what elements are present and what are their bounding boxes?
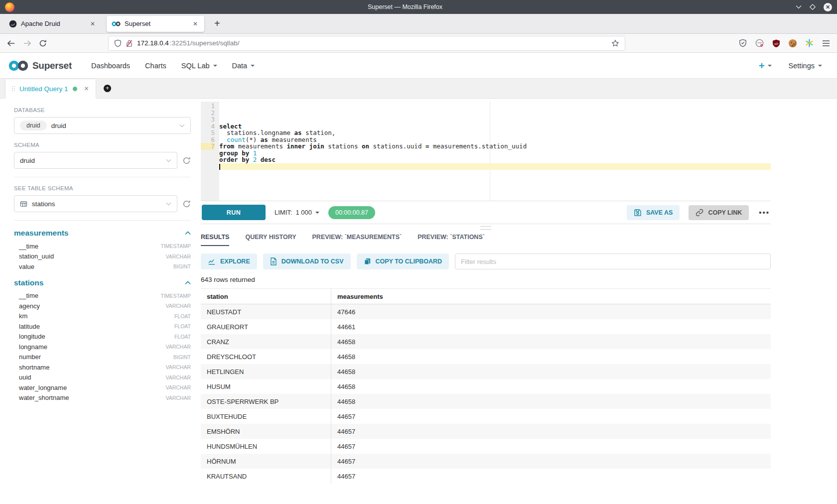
menu-hamburger-icon[interactable] xyxy=(822,40,830,47)
add-query-tab-button[interactable]: + xyxy=(96,79,119,98)
table-row[interactable]: EMSHÖRN44657 xyxy=(201,424,771,439)
save-as-button[interactable]: SAVE AS xyxy=(627,205,680,220)
column-name: value xyxy=(19,263,173,270)
back-icon[interactable] xyxy=(7,40,15,47)
column-header-station[interactable]: station xyxy=(201,289,331,304)
column-name: shortname xyxy=(19,364,165,371)
nav-charts[interactable]: Charts xyxy=(145,62,166,70)
limit-dropdown[interactable]: LIMIT: 1 000 xyxy=(275,209,319,216)
cell-station: OSTE-SPERRWERK BP xyxy=(201,394,331,409)
schema-column-row: latitudeFLOAT xyxy=(14,321,191,332)
refresh-schema-icon[interactable] xyxy=(182,156,191,165)
table-select[interactable]: stations xyxy=(14,195,177,212)
filter-results-input[interactable] xyxy=(455,253,771,269)
plus-icon: + xyxy=(759,61,765,71)
url-bar[interactable]: 172.18.0.4 :32251/superset/sqllab/ xyxy=(108,36,625,51)
download-csv-button[interactable]: DOWNLOAD TO CSV xyxy=(263,253,351,269)
schema-column-row: kmFLOAT xyxy=(14,311,191,322)
window-minimize-icon[interactable] xyxy=(796,5,802,9)
query-tab-close-icon[interactable]: ✕ xyxy=(84,85,89,92)
explore-button[interactable]: EXPLORE xyxy=(201,253,257,269)
browser-tab-superset[interactable]: Superset ✕ xyxy=(107,16,204,32)
tracking-shield-icon[interactable] xyxy=(114,39,122,47)
query-tab-untitled[interactable]: Untitled Query 1 ✕ xyxy=(5,79,96,99)
cell-station: HETLINGEN xyxy=(201,364,331,379)
copy-link-button[interactable]: COPY LINK xyxy=(689,205,749,220)
table-row[interactable]: NEUSTADT47646 xyxy=(201,304,771,319)
save-icon xyxy=(634,209,642,217)
refresh-table-icon[interactable] xyxy=(182,200,191,208)
schema-sections: measurements__timeTIMESTAMPstation_uuidV… xyxy=(14,229,191,408)
settings-menu[interactable]: Settings xyxy=(789,62,822,70)
schema-table-name: stations xyxy=(14,278,185,287)
browser-toolbar: 172.18.0.4 :32251/superset/sqllab/ uO xyxy=(0,34,837,53)
run-button[interactable]: RUN xyxy=(202,205,266,220)
text-cursor xyxy=(219,164,220,170)
column-name: number xyxy=(19,353,173,361)
schema-table-header[interactable]: stations xyxy=(14,278,191,287)
results-tab-preview-measurements[interactable]: PREVIEW: `MEASUREMENTS` xyxy=(312,234,402,246)
tab-close-icon[interactable]: ✕ xyxy=(89,20,97,27)
table-row[interactable]: BUXTEHUDE44657 xyxy=(201,409,771,424)
query-tabstrip: Untitled Query 1 ✕ + xyxy=(0,79,837,99)
cell-station: HUNDSMÜHLEN xyxy=(201,439,331,454)
column-name: latitude xyxy=(19,323,174,330)
reload-icon[interactable] xyxy=(39,39,47,47)
copy-clipboard-button[interactable]: COPY TO CLIPBOARD xyxy=(357,253,449,269)
table-row[interactable]: OSTE-SPERRWERK BP44658 xyxy=(201,394,771,409)
results-tab-results[interactable]: RESULTS xyxy=(201,234,229,246)
sql-code-line: count(*) as measurements xyxy=(219,136,771,143)
table-row[interactable]: HUNDSMÜHLEN44657 xyxy=(201,439,771,454)
chevron-down-icon xyxy=(179,124,185,127)
nav-data[interactable]: Data xyxy=(232,62,255,70)
extension-mask-icon[interactable] xyxy=(755,39,764,47)
table-header-row: stationmeasurements xyxy=(201,289,771,304)
results-pane: RESULTSQUERY HISTORYPREVIEW: `MEASUREMEN… xyxy=(201,224,771,504)
extension-ublock-icon[interactable]: uO xyxy=(772,39,780,47)
table-row[interactable]: GRAUERORT44661 xyxy=(201,319,771,334)
sql-editor[interactable]: 1234567 select stations.longname as stat… xyxy=(201,102,771,201)
new-tab-button[interactable]: + xyxy=(209,18,225,29)
superset-navbar: Superset Dashboards Charts SQL Lab Data … xyxy=(0,53,837,79)
forward-icon[interactable] xyxy=(23,40,31,47)
column-type: VARCHAR xyxy=(165,384,191,390)
table-row[interactable]: DREYSCHLOOT44658 xyxy=(201,349,771,364)
extension-asterisk-icon[interactable] xyxy=(805,39,814,47)
superset-logo[interactable]: Superset xyxy=(8,60,72,72)
pane-resize-handle[interactable] xyxy=(480,226,491,230)
schema-column-row: numberBIGINT xyxy=(14,352,191,363)
insecure-lock-icon[interactable] xyxy=(126,39,133,47)
table-row[interactable]: HUSUM44658 xyxy=(201,379,771,394)
line-number: 5 xyxy=(201,129,215,136)
table-row[interactable]: KRAUTSAND44657 xyxy=(201,469,771,484)
table-row[interactable]: HÖRNUM44657 xyxy=(201,454,771,469)
more-options-icon[interactable]: ••• xyxy=(759,208,770,217)
new-item-button[interactable]: + xyxy=(759,61,772,71)
schema-column-row: water_shortnameVARCHAR xyxy=(14,393,191,403)
browser-tabstrip: Apache Druid ✕ Superset ✕ + xyxy=(0,14,837,34)
schema-table-header[interactable]: measurements xyxy=(14,229,191,238)
bookmark-star-icon[interactable] xyxy=(611,39,619,47)
cell-station: BUXTEHUDE xyxy=(201,409,331,424)
table-row[interactable]: CRANZ44658 xyxy=(201,334,771,349)
drag-handle-icon[interactable] xyxy=(12,86,13,87)
sql-code-line xyxy=(219,163,771,170)
nav-sql-lab[interactable]: SQL Lab xyxy=(181,62,217,70)
extension-shield-check-icon[interactable] xyxy=(739,39,747,47)
cell-measurements: 44657 xyxy=(331,409,771,424)
sqllab-main: 1234567 select stations.longname as stat… xyxy=(197,99,837,504)
nav-dashboards[interactable]: Dashboards xyxy=(91,62,130,70)
window-close-icon[interactable]: ✕ xyxy=(824,3,832,11)
schema-select[interactable]: druid xyxy=(14,152,177,169)
results-tab-query-history[interactable]: QUERY HISTORY xyxy=(245,234,296,246)
database-select[interactable]: druid druid xyxy=(14,117,191,134)
column-header-measurements[interactable]: measurements xyxy=(331,289,771,304)
tab-close-icon[interactable]: ✕ xyxy=(191,20,199,27)
browser-tab-apache-druid[interactable]: Apache Druid ✕ xyxy=(4,16,102,32)
window-maximize-icon[interactable] xyxy=(810,4,816,10)
window-title: Superset — Mozilla Firefox xyxy=(14,3,796,10)
results-tab-preview-stations[interactable]: PREVIEW: `STATIONS` xyxy=(418,234,485,246)
column-name: uuid xyxy=(19,374,165,381)
extension-cookie-icon[interactable] xyxy=(789,39,797,47)
table-row[interactable]: HETLINGEN44658 xyxy=(201,364,771,379)
